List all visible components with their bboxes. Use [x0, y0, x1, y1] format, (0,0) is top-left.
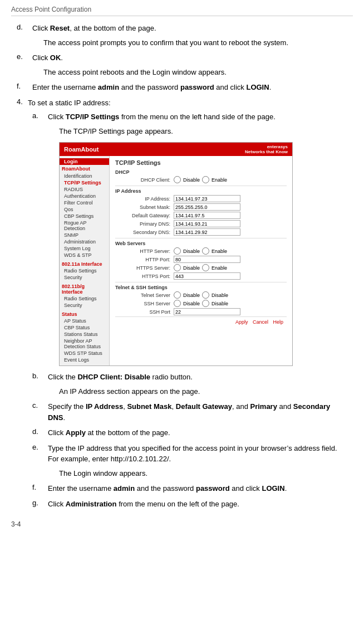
step-4-text: To set a static IP address:: [28, 98, 347, 109]
step-d: d. Click Reset, at the bottom of the pag…: [17, 23, 347, 48]
nav-stations[interactable]: Stations Status: [60, 331, 109, 338]
step-f-text: Enter the username admin and the passwor…: [32, 82, 347, 93]
ss-http-port-row: HTTP Port:: [115, 256, 287, 263]
ss-http-port-label: HTTP Port:: [115, 257, 174, 262]
screenshot-sidebar: Login RoamAbout Identification TCP/IP Se…: [60, 156, 110, 365]
step-d-text: Click Reset, at the bottom of the page.: [32, 23, 347, 34]
nav-80211a[interactable]: 802.11a Interface: [60, 261, 109, 267]
nav-cbp-status[interactable]: CBP Status: [60, 324, 109, 331]
nav-security-bg[interactable]: Security: [60, 302, 109, 309]
nav-identification[interactable]: Identification: [60, 173, 109, 179]
ss-http-port-input[interactable]: [174, 256, 240, 263]
nav-rogue[interactable]: Rogue AP Detection: [60, 220, 109, 232]
nav-snmp[interactable]: SNMP: [60, 232, 109, 238]
screenshot: RoamAbout enterasys Networks that Know L…: [59, 142, 293, 366]
ss-ip-label: IP Address:: [115, 196, 174, 202]
dhcp-enable-radio[interactable]: [202, 176, 209, 183]
nav-login[interactable]: Login: [60, 158, 109, 165]
step-g: g. Click Administration from the menu on…: [32, 499, 347, 510]
nav-qos[interactable]: Qos: [60, 206, 109, 213]
step-e2: e. Type the IP address that you specifie…: [32, 443, 347, 479]
ss-dhcp-radios: Disable Enable: [174, 176, 227, 183]
https-enable-radio[interactable]: [202, 264, 209, 271]
ss-https-port-row: HTTPS Port:: [115, 272, 287, 280]
ss-gateway-input[interactable]: [174, 212, 240, 219]
ss-telnet-label: Telnet Server: [115, 292, 174, 298]
btn-cancel[interactable]: Cancel: [253, 319, 268, 325]
ss-dhcp-label: DHCP Client:: [115, 177, 174, 183]
nav-authentication[interactable]: Authentication: [60, 193, 109, 199]
nav-filter[interactable]: Filter Control: [60, 199, 109, 206]
dhcp-disable-radio[interactable]: [174, 176, 181, 183]
step-a-sub: The TCP/IP Settings page appears.: [59, 126, 347, 137]
screenshot-footer: Apply Cancel Help: [115, 316, 287, 327]
ss-telnet-section: Telnet & SSH Settings: [115, 285, 287, 290]
page-footer: 3-4: [11, 520, 353, 528]
nav-radio-bg[interactable]: Radio Settings: [60, 295, 109, 302]
step-d-letter: d.: [17, 23, 32, 34]
nav-wds-stp[interactable]: WDS & STP: [60, 252, 109, 259]
nav-radius[interactable]: RADIUS: [60, 186, 109, 193]
nav-radio-a[interactable]: Radio Settings: [60, 267, 109, 274]
step-e2-text: Type the IP address that you specified f…: [48, 443, 347, 465]
ss-secondary-dns-label: Secondary DNS:: [115, 230, 174, 235]
ss-ip-section: IP Address: [115, 188, 287, 194]
step-e2-sub: The Login window appears.: [59, 468, 347, 479]
step-a-text: Click TCP/IP Settings from the menu on t…: [48, 111, 347, 123]
step-f2: f. Enter the username admin and the pass…: [32, 483, 347, 494]
step-f-letter: f.: [17, 82, 32, 93]
step-d2-text: Click Apply at the bottom of the page.: [48, 427, 347, 438]
step-b: b. Click the DHCP Client: Disable radio …: [32, 372, 347, 397]
step-e: e. Click OK. The access point reboots an…: [17, 52, 347, 77]
step-b-text: Click the DHCP Client: Disable radio but…: [48, 372, 347, 383]
ss-primary-dns-row: Primary DNS:: [115, 220, 287, 227]
step-b-sub: An IP Address section appears on the pag…: [59, 386, 347, 397]
ss-ip-input[interactable]: [174, 195, 240, 202]
step-a: a. Click TCP/IP Settings from the menu o…: [32, 111, 347, 366]
step-c-text: Specify the IP Address, Subnet Mask, Def…: [48, 401, 347, 423]
nav-event-logs[interactable]: Event Logs: [60, 357, 109, 363]
nav-80211bg[interactable]: 802.11b/g Interface: [60, 283, 109, 295]
step-4: 4. To set a static IP address: a. Click …: [17, 98, 347, 510]
step-e2-letter: e.: [32, 443, 48, 465]
ss-https-port-input[interactable]: [174, 272, 240, 280]
ss-dhcp-section: DHCP: [115, 169, 287, 175]
ss-ssh-port-input[interactable]: [174, 308, 240, 315]
step-d2-letter: d.: [32, 427, 48, 438]
ss-secondary-dns-input[interactable]: [174, 228, 240, 236]
ss-subnet-input[interactable]: [174, 203, 240, 211]
step-c: c. Specify the IP Address, Subnet Mask, …: [32, 401, 347, 423]
screenshot-logo: enterasys Networks that Know: [245, 144, 288, 154]
nav-wds-stp-status[interactable]: WDS STP Status: [60, 350, 109, 357]
step-e-sub: The access point reboots and the Login w…: [43, 67, 347, 78]
https-disable-radio[interactable]: [174, 264, 181, 271]
ss-gateway-label: Default Gateway:: [115, 213, 174, 218]
telnet-enable-radio[interactable]: [202, 291, 209, 299]
nav-ap-status[interactable]: AP Status: [60, 318, 109, 324]
ss-dhcp-row: DHCP Client: Disable Enable: [115, 176, 287, 183]
ssh-disable-radio[interactable]: [174, 300, 181, 307]
nav-tcpip[interactable]: TCP/IP Settings: [60, 179, 109, 186]
ss-ssh-row: SSH Server Disable Disable: [115, 300, 287, 307]
nav-neighbor[interactable]: Neighbor AP Detection Status: [60, 338, 109, 350]
ssh-enable-radio[interactable]: [202, 300, 209, 307]
nav-admin[interactable]: Administration: [60, 238, 109, 245]
http-enable-radio[interactable]: [202, 247, 209, 255]
http-disable-radio[interactable]: [174, 247, 181, 255]
ss-http-server-row: HTTP Server: Disable Enable: [115, 247, 287, 255]
ss-subnet-label: Subnet Mask:: [115, 204, 174, 210]
btn-help[interactable]: Help: [273, 319, 283, 325]
step-b-letter: b.: [32, 372, 48, 383]
btn-apply[interactable]: Apply: [235, 319, 248, 325]
step-f2-letter: f.: [32, 483, 48, 494]
telnet-disable-radio[interactable]: [174, 291, 181, 299]
screenshot-main: TCP/IP Settings DHCP DHCP Client: Disabl…: [110, 156, 292, 365]
ss-primary-dns-label: Primary DNS:: [115, 221, 174, 227]
ss-primary-dns-input[interactable]: [174, 220, 240, 227]
nav-roamabout[interactable]: RoamAbout: [60, 165, 109, 173]
nav-security-a[interactable]: Security: [60, 274, 109, 281]
ss-secondary-dns-row: Secondary DNS:: [115, 228, 287, 236]
nav-syslog[interactable]: System Log: [60, 245, 109, 252]
nav-cbp[interactable]: CBP Settings: [60, 213, 109, 220]
nav-status[interactable]: Status: [60, 311, 109, 318]
